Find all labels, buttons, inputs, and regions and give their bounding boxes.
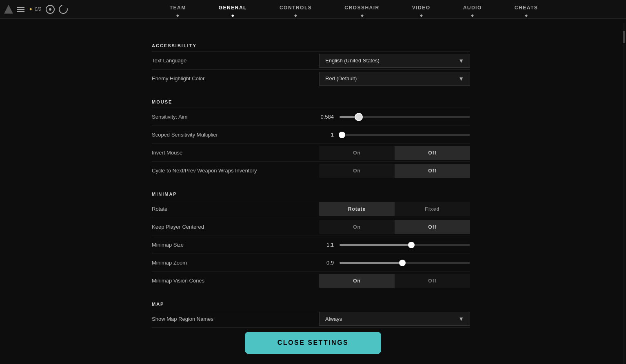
dropdown-show-map-region-names[interactable]: Always▼ (319, 312, 470, 326)
toggle-btn-minimap-vision-cones-off[interactable]: Off (395, 274, 470, 288)
nav-tab-team[interactable]: TEAM (153, 2, 202, 17)
slider-thumb-sensitivity-aim[interactable] (355, 113, 363, 121)
slider-track-minimap-zoom[interactable] (340, 262, 470, 264)
star-icon: ✦ (29, 6, 33, 12)
section-title-minimap: MINIMAP (152, 192, 470, 196)
right-scrollbar (622, 19, 626, 364)
toggle-btn-keep-player-centered-off[interactable]: Off (395, 220, 470, 234)
toggle-group-minimap-vision-cones: OnOff (319, 274, 470, 288)
slider-value-sensitivity-aim: 0.584 (319, 114, 340, 120)
settings-row-keep-player-centered: Keep Player CenteredOnOff (152, 218, 470, 236)
section-title-accessibility: ACCESSIBILITY (152, 43, 470, 48)
settings-inner: ACCESSIBILITYText LanguageEnglish (Unite… (144, 19, 478, 364)
toggle-btn-keep-player-centered-on[interactable]: On (319, 220, 395, 234)
tab-label-audio: AUDIO (463, 2, 482, 14)
slider-value-scoped-sensitivity: 1 (319, 132, 340, 138)
row-control-show-map-region-names: Always▼ (319, 312, 470, 326)
settings-row-show-map-region-names: Show Map Region NamesAlways▼ (152, 310, 470, 328)
toggle-group-rotate: RotateFixed (319, 202, 470, 216)
section-title-map: MAP (152, 302, 470, 307)
toggle-group-cycle-weapon: OnOff (319, 164, 470, 178)
tab-dot-video (420, 14, 423, 17)
slider-thumb-minimap-size[interactable] (408, 242, 415, 248)
nav-tab-cheats[interactable]: CHEATS (498, 2, 554, 17)
tab-label-general: GENERAL (219, 2, 247, 14)
row-label-minimap-size: Minimap Size (152, 238, 319, 252)
nav-tab-controls[interactable]: CONTROLS (263, 2, 328, 17)
row-control-keep-player-centered: OnOff (319, 220, 470, 234)
dropdown-value-text-language: English (United States) (325, 57, 380, 64)
row-control-minimap-zoom: 0.9 (319, 260, 470, 266)
topbar-left: ✦ 0/2 (4, 5, 86, 14)
slider-track-sensitivity-aim[interactable] (340, 116, 470, 118)
dropdown-value-show-map-region-names: Always (325, 316, 342, 322)
target-icon (46, 5, 55, 14)
tab-dot-team (176, 14, 179, 17)
close-settings-button[interactable]: CLOSE SETTINGS (245, 332, 382, 354)
star-badge-value: 0/2 (35, 7, 42, 12)
row-control-enemy-highlight-color: Red (Default)▼ (319, 72, 470, 86)
settings-row-enemy-highlight-color: Enemy Highlight ColorRed (Default)▼ (152, 69, 470, 87)
settings-row-minimap-size: Minimap Size1.1 (152, 236, 470, 254)
settings-panel[interactable]: ACCESSIBILITYText LanguageEnglish (Unite… (0, 19, 622, 364)
row-control-minimap-size: 1.1 (319, 242, 470, 248)
toggle-btn-cycle-weapon-on[interactable]: On (319, 164, 395, 178)
row-label-sensitivity-aim: Sensitivity: Aim (152, 110, 319, 124)
logo-icon (4, 5, 13, 14)
scrollbar-line (624, 23, 624, 364)
hamburger-icon[interactable] (17, 7, 24, 12)
topbar: ✦ 0/2 TEAM GENERAL CONTROLS CROSSHAIR VI… (0, 0, 626, 19)
row-label-enemy-highlight-color: Enemy Highlight Color (152, 71, 319, 86)
row-label-cycle-weapon: Cycle to Next/Prev Weapon Wraps Inventor… (152, 163, 319, 178)
tab-dot-audio (471, 14, 474, 17)
row-control-invert-mouse: OnOff (319, 146, 470, 160)
dropdown-arrow-show-map-region-names: ▼ (458, 315, 464, 322)
toggle-btn-rotate-fixed[interactable]: Fixed (395, 202, 470, 216)
nav-tab-general[interactable]: GENERAL (202, 2, 263, 17)
settings-row-scoped-sensitivity: Scoped Sensitivity Multiplier1 (152, 126, 470, 143)
tab-label-crosshair: CROSSHAIR (344, 2, 380, 14)
close-btn-wrapper: CLOSE SETTINGS (0, 332, 626, 364)
settings-row-rotate: RotateRotateFixed (152, 200, 470, 218)
toggle-btn-invert-mouse-off[interactable]: Off (395, 146, 470, 160)
settings-row-text-language: Text LanguageEnglish (United States)▼ (152, 51, 470, 69)
row-label-rotate: Rotate (152, 202, 319, 216)
row-control-cycle-weapon: OnOff (319, 164, 470, 178)
dropdown-enemy-highlight-color[interactable]: Red (Default)▼ (319, 72, 470, 86)
slider-track-minimap-size[interactable] (340, 244, 470, 246)
toggle-group-keep-player-centered: OnOff (319, 220, 470, 234)
dropdown-arrow-enemy-highlight-color: ▼ (458, 75, 464, 82)
row-label-scoped-sensitivity: Scoped Sensitivity Multiplier (152, 128, 319, 142)
dropdown-text-language[interactable]: English (United States)▼ (319, 54, 470, 68)
settings-row-minimap-vision-cones: Minimap Vision ConesOnOff (152, 271, 470, 289)
toggle-btn-minimap-vision-cones-on[interactable]: On (319, 274, 395, 288)
slider-thumb-minimap-zoom[interactable] (399, 260, 406, 266)
slider-track-scoped-sensitivity[interactable] (340, 134, 470, 136)
settings-row-cycle-weapon: Cycle to Next/Prev Weapon Wraps Inventor… (152, 161, 470, 179)
slider-fill-minimap-size (340, 244, 411, 246)
toggle-btn-invert-mouse-on[interactable]: On (319, 146, 395, 160)
tab-label-team: TEAM (170, 2, 186, 14)
tab-dot-controls (294, 14, 297, 17)
tab-label-cheats: CHEATS (515, 2, 538, 14)
scrollbar-handle[interactable] (623, 31, 625, 43)
settings-row-sensitivity-aim: Sensitivity: Aim0.584 (152, 108, 470, 126)
slider-thumb-scoped-sensitivity[interactable] (339, 132, 345, 138)
row-label-show-map-region-names: Show Map Region Names (152, 312, 319, 326)
tab-label-controls: CONTROLS (280, 2, 312, 14)
slider-control-sensitivity-aim: 0.584 (319, 114, 470, 120)
toggle-btn-rotate-rotate[interactable]: Rotate (319, 202, 395, 216)
slider-control-scoped-sensitivity: 1 (319, 132, 470, 138)
slider-control-minimap-zoom: 0.9 (319, 260, 470, 266)
dropdown-arrow-text-language: ▼ (458, 57, 464, 64)
nav-tab-video[interactable]: VIDEO (396, 2, 447, 17)
dropdown-value-enemy-highlight-color: Red (Default) (325, 75, 357, 82)
slider-value-minimap-size: 1.1 (319, 242, 340, 248)
nav-tab-audio[interactable]: AUDIO (447, 2, 498, 17)
star-badge: ✦ 0/2 (29, 6, 42, 12)
nav-tab-crosshair[interactable]: CROSSHAIR (328, 2, 396, 17)
row-label-keep-player-centered: Keep Player Centered (152, 220, 319, 234)
row-label-minimap-vision-cones: Minimap Vision Cones (152, 274, 319, 288)
toggle-btn-cycle-weapon-off[interactable]: Off (395, 164, 470, 178)
slider-value-minimap-zoom: 0.9 (319, 260, 340, 266)
